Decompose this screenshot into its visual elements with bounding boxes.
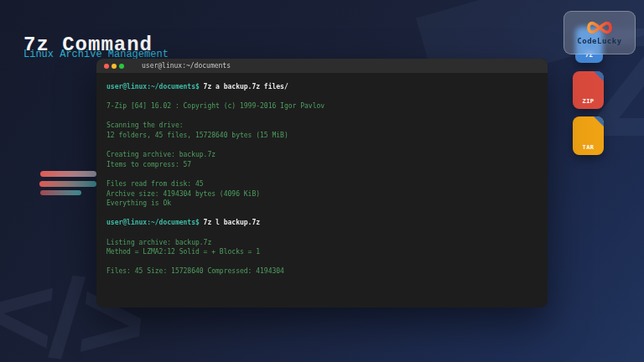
terminal-line: Everything is Ok bbox=[106, 199, 538, 209]
terminal-line bbox=[106, 141, 538, 151]
maximize-button[interactable] bbox=[119, 64, 124, 69]
output-text: 12 folders, 45 files, 15728640 bytes (15… bbox=[106, 132, 288, 139]
terminal-line: Files read from disk: 45 bbox=[106, 179, 538, 189]
brand-name: CodeLucky bbox=[577, 37, 621, 45]
terminal-line: Creating archive: backup.7z bbox=[106, 150, 538, 160]
accent-bar bbox=[40, 171, 96, 177]
terminal-line bbox=[106, 111, 538, 122]
output-text: Files: 45 Size: 15728640 Compressed: 419… bbox=[106, 267, 284, 275]
terminal-line: user@linux:~/documents$ 7z l backup.7z bbox=[106, 218, 538, 228]
terminal-body[interactable]: user@linux:~/documents$ 7z a backup.7z f… bbox=[96, 73, 548, 286]
command-text: 7z l backup.7z bbox=[200, 219, 260, 226]
file-icon-label: TAR bbox=[573, 144, 604, 151]
output-text: Files read from disk: 45 bbox=[106, 180, 204, 188]
output-text: Everything is Ok bbox=[106, 199, 171, 207]
output-text: Items to compress: 57 bbox=[106, 161, 191, 168]
terminal-line bbox=[106, 209, 538, 219]
close-button[interactable] bbox=[104, 64, 109, 69]
output-text: Creating archive: backup.7z bbox=[106, 151, 216, 158]
file-icon-label: ZIP bbox=[573, 98, 604, 105]
accent-bar bbox=[39, 181, 96, 187]
terminal-line: Listing archive: backup.7z bbox=[106, 238, 538, 248]
output-text: Archive size: 4194304 bytes (4096 KiB) bbox=[106, 190, 260, 198]
terminal-line: user@linux:~/documents$ 7z a backup.7z f… bbox=[106, 82, 538, 92]
output-text: Scanning the drive: bbox=[106, 122, 184, 129]
terminal-titlebar: user@linux:~/documents bbox=[96, 59, 548, 73]
terminal-title: user@linux:~/documents bbox=[142, 62, 231, 70]
prompt-text: user@linux:~/documents$ bbox=[106, 83, 200, 90]
command-text: 7z a backup.7z files/ bbox=[200, 83, 288, 90]
terminal-line: Files: 45 Size: 15728640 Compressed: 419… bbox=[106, 266, 538, 277]
terminal-line bbox=[106, 92, 538, 102]
terminal-line: Method = LZMA2:12 Solid = + Blocks = 1 bbox=[106, 247, 538, 257]
terminal-window: user@linux:~/documents user@linux:~/docu… bbox=[96, 59, 548, 308]
terminal-line: 7-Zip [64] 16.02 : Copyright (c) 1999-20… bbox=[106, 101, 538, 111]
terminal-line: Scanning the drive: bbox=[106, 121, 538, 131]
infinity-icon bbox=[584, 20, 615, 35]
output-text: Method = LZMA2:12 Solid = + Blocks = 1 bbox=[106, 248, 260, 256]
output-text: Listing archive: backup.7z bbox=[106, 239, 211, 246]
brand-card: CodeLucky bbox=[564, 11, 636, 54]
file-icon-tar: TAR bbox=[573, 116, 604, 155]
terminal-line: Archive size: 4194304 bytes (4096 KiB) bbox=[106, 189, 538, 199]
output-text: 7-Zip [64] 16.02 : Copyright (c) 1999-20… bbox=[106, 102, 325, 110]
terminal-line bbox=[106, 228, 538, 238]
minimize-button[interactable] bbox=[112, 64, 117, 69]
terminal-line: Items to compress: 57 bbox=[106, 160, 538, 170]
prompt-text: user@linux:~/documents$ bbox=[106, 219, 200, 226]
terminal-line: 12 folders, 45 files, 15728640 bytes (15… bbox=[106, 131, 538, 141]
terminal-line bbox=[106, 169, 538, 179]
terminal-line bbox=[106, 257, 538, 267]
accent-bar bbox=[40, 190, 81, 195]
file-icon-zip: ZIP bbox=[573, 71, 604, 109]
